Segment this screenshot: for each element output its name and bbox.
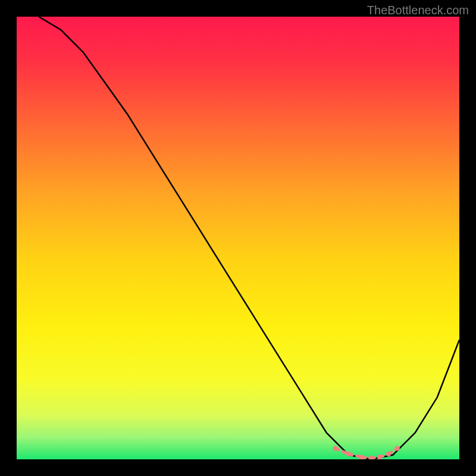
chart-frame — [17, 17, 459, 459]
chart-curve — [17, 17, 459, 459]
main-curve-path — [39, 17, 459, 459]
watermark-text: TheBottleneck.com — [367, 4, 469, 17]
minimum-band-markers — [333, 446, 400, 459]
